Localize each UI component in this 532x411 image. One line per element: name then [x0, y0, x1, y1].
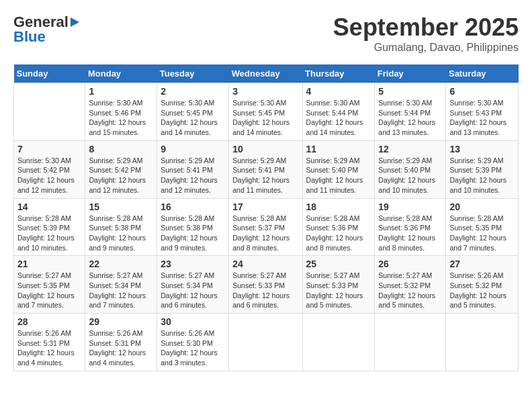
day-number: 30 [161, 316, 225, 327]
calendar-cell: 28Sunrise: 5:26 AM Sunset: 5:31 PM Dayli… [14, 314, 85, 371]
calendar-table: SundayMondayTuesdayWednesdayThursdayFrid… [13, 64, 519, 371]
day-number: 7 [17, 144, 81, 154]
day-number: 4 [306, 86, 371, 97]
calendar-cell: 10Sunrise: 5:29 AM Sunset: 5:41 PM Dayli… [229, 140, 302, 198]
calendar-cell: 21Sunrise: 5:27 AM Sunset: 5:35 PM Dayli… [14, 256, 85, 314]
day-number: 20 [449, 201, 515, 212]
calendar-cell: 8Sunrise: 5:29 AM Sunset: 5:42 PM Daylig… [85, 140, 157, 198]
day-info: Sunrise: 5:28 AM Sunset: 5:38 PM Dayligh… [161, 214, 225, 253]
day-header-saturday: Saturday [446, 64, 519, 83]
day-number: 25 [306, 259, 371, 269]
calendar-cell: 2Sunrise: 5:30 AM Sunset: 5:45 PM Daylig… [157, 83, 229, 141]
day-info: Sunrise: 5:30 AM Sunset: 5:45 PM Dayligh… [232, 98, 298, 138]
day-info: Sunrise: 5:26 AM Sunset: 5:30 PM Dayligh… [161, 328, 225, 368]
day-info: Sunrise: 5:29 AM Sunset: 5:41 PM Dayligh… [161, 156, 225, 195]
calendar-cell: 1Sunrise: 5:30 AM Sunset: 5:46 PM Daylig… [85, 83, 157, 141]
day-number: 9 [161, 144, 225, 154]
day-number: 26 [378, 259, 442, 269]
day-info: Sunrise: 5:30 AM Sunset: 5:43 PM Dayligh… [449, 98, 515, 138]
day-number: 12 [378, 144, 442, 154]
day-number: 15 [89, 201, 153, 212]
day-info: Sunrise: 5:30 AM Sunset: 5:44 PM Dayligh… [306, 98, 371, 138]
day-info: Sunrise: 5:27 AM Sunset: 5:34 PM Dayligh… [161, 271, 225, 310]
header: General Blue September 2025 Gumalang, Da… [13, 13, 519, 54]
logo-blue: Blue [13, 28, 46, 46]
calendar-cell: 26Sunrise: 5:27 AM Sunset: 5:32 PM Dayli… [375, 256, 446, 314]
calendar-cell: 9Sunrise: 5:29 AM Sunset: 5:41 PM Daylig… [157, 140, 229, 198]
day-number: 19 [378, 201, 442, 212]
calendar-cell: 17Sunrise: 5:28 AM Sunset: 5:37 PM Dayli… [229, 198, 302, 256]
week-row-1: 1Sunrise: 5:30 AM Sunset: 5:46 PM Daylig… [14, 83, 519, 141]
title-area: September 2025 Gumalang, Davao, Philippi… [333, 13, 519, 54]
calendar-cell: 6Sunrise: 5:30 AM Sunset: 5:43 PM Daylig… [446, 83, 519, 141]
day-header-wednesday: Wednesday [229, 64, 302, 83]
month-title: September 2025 [333, 13, 519, 42]
day-number: 13 [449, 144, 515, 154]
day-header-thursday: Thursday [302, 64, 375, 83]
day-number: 14 [17, 201, 81, 212]
day-info: Sunrise: 5:27 AM Sunset: 5:33 PM Dayligh… [232, 271, 298, 310]
day-number: 18 [306, 201, 371, 212]
day-info: Sunrise: 5:29 AM Sunset: 5:42 PM Dayligh… [89, 156, 153, 195]
calendar-cell: 23Sunrise: 5:27 AM Sunset: 5:34 PM Dayli… [157, 256, 229, 314]
day-header-tuesday: Tuesday [157, 64, 229, 83]
day-header-monday: Monday [85, 64, 157, 83]
calendar-cell: 27Sunrise: 5:26 AM Sunset: 5:32 PM Dayli… [446, 256, 519, 314]
location-subtitle: Gumalang, Davao, Philippines [333, 42, 519, 54]
day-info: Sunrise: 5:27 AM Sunset: 5:35 PM Dayligh… [17, 271, 81, 310]
calendar-cell: 24Sunrise: 5:27 AM Sunset: 5:33 PM Dayli… [229, 256, 302, 314]
calendar-header-row: SundayMondayTuesdayWednesdayThursdayFrid… [14, 64, 519, 83]
day-number: 3 [232, 86, 298, 97]
day-info: Sunrise: 5:26 AM Sunset: 5:31 PM Dayligh… [89, 328, 153, 368]
week-row-2: 7Sunrise: 5:30 AM Sunset: 5:42 PM Daylig… [14, 140, 519, 198]
day-info: Sunrise: 5:30 AM Sunset: 5:44 PM Dayligh… [378, 98, 442, 138]
calendar-cell [14, 83, 85, 141]
calendar-cell: 7Sunrise: 5:30 AM Sunset: 5:42 PM Daylig… [14, 140, 85, 198]
day-number: 5 [378, 86, 442, 97]
calendar-cell: 4Sunrise: 5:30 AM Sunset: 5:44 PM Daylig… [302, 83, 375, 141]
day-info: Sunrise: 5:30 AM Sunset: 5:42 PM Dayligh… [17, 156, 81, 195]
day-info: Sunrise: 5:28 AM Sunset: 5:36 PM Dayligh… [378, 214, 442, 253]
day-info: Sunrise: 5:26 AM Sunset: 5:32 PM Dayligh… [449, 271, 515, 310]
day-number: 2 [161, 86, 225, 97]
day-number: 17 [232, 201, 298, 212]
calendar-cell: 22Sunrise: 5:27 AM Sunset: 5:34 PM Dayli… [85, 256, 157, 314]
calendar-cell: 25Sunrise: 5:27 AM Sunset: 5:33 PM Dayli… [302, 256, 375, 314]
day-info: Sunrise: 5:29 AM Sunset: 5:41 PM Dayligh… [232, 156, 298, 195]
calendar-cell: 20Sunrise: 5:28 AM Sunset: 5:35 PM Dayli… [446, 198, 519, 256]
day-number: 6 [449, 86, 515, 97]
day-info: Sunrise: 5:27 AM Sunset: 5:34 PM Dayligh… [89, 271, 153, 310]
calendar-cell: 12Sunrise: 5:29 AM Sunset: 5:40 PM Dayli… [375, 140, 446, 198]
day-number: 29 [89, 316, 153, 327]
logo: General Blue [13, 13, 80, 46]
day-info: Sunrise: 5:28 AM Sunset: 5:36 PM Dayligh… [306, 214, 371, 253]
calendar-cell [302, 314, 375, 371]
day-header-friday: Friday [375, 64, 446, 83]
day-number: 16 [161, 201, 225, 212]
day-number: 28 [17, 316, 81, 327]
calendar-cell: 14Sunrise: 5:28 AM Sunset: 5:39 PM Dayli… [14, 198, 85, 256]
calendar-cell: 11Sunrise: 5:29 AM Sunset: 5:40 PM Dayli… [302, 140, 375, 198]
day-number: 22 [89, 259, 153, 269]
day-number: 23 [161, 259, 225, 269]
logo-arrow-icon [71, 17, 79, 27]
day-number: 10 [232, 144, 298, 154]
calendar-cell [446, 314, 519, 371]
calendar-cell: 19Sunrise: 5:28 AM Sunset: 5:36 PM Dayli… [375, 198, 446, 256]
day-info: Sunrise: 5:29 AM Sunset: 5:40 PM Dayligh… [306, 156, 371, 195]
day-header-sunday: Sunday [14, 64, 85, 83]
day-number: 24 [232, 259, 298, 269]
day-info: Sunrise: 5:27 AM Sunset: 5:33 PM Dayligh… [306, 271, 371, 310]
day-info: Sunrise: 5:28 AM Sunset: 5:39 PM Dayligh… [17, 214, 81, 253]
week-row-4: 21Sunrise: 5:27 AM Sunset: 5:35 PM Dayli… [14, 256, 519, 314]
calendar-cell: 15Sunrise: 5:28 AM Sunset: 5:38 PM Dayli… [85, 198, 157, 256]
calendar-cell: 30Sunrise: 5:26 AM Sunset: 5:30 PM Dayli… [157, 314, 229, 371]
day-info: Sunrise: 5:26 AM Sunset: 5:31 PM Dayligh… [17, 328, 81, 368]
calendar-cell: 5Sunrise: 5:30 AM Sunset: 5:44 PM Daylig… [375, 83, 446, 141]
calendar-cell [229, 314, 302, 371]
day-number: 21 [17, 259, 81, 269]
calendar-cell: 18Sunrise: 5:28 AM Sunset: 5:36 PM Dayli… [302, 198, 375, 256]
day-info: Sunrise: 5:28 AM Sunset: 5:37 PM Dayligh… [232, 214, 298, 253]
calendar-cell: 3Sunrise: 5:30 AM Sunset: 5:45 PM Daylig… [229, 83, 302, 141]
week-row-3: 14Sunrise: 5:28 AM Sunset: 5:39 PM Dayli… [14, 198, 519, 256]
